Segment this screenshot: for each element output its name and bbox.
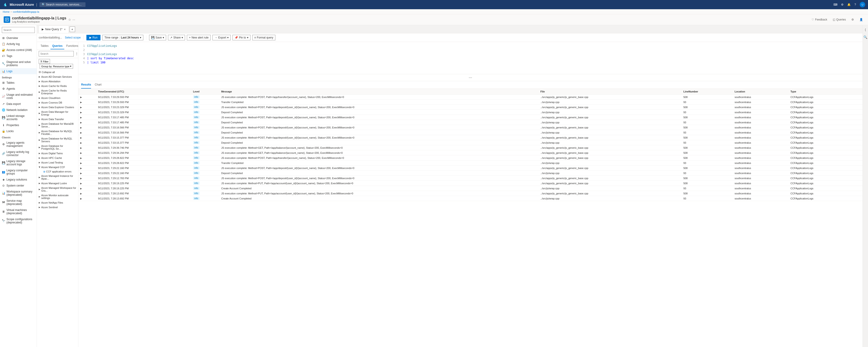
portal-search-bar[interactable]: 🔍 Search resources, services... [39, 2, 86, 7]
sidebar-item-service-map[interactable]: 🗺 Service map (deprecated) [0, 198, 37, 207]
more-options-icon[interactable]: ··· [72, 18, 75, 22]
tree-item-managed-instance[interactable]: ▶Azure Managed Instance for Apac... [37, 174, 78, 181]
tree-item-mysql-servers[interactable]: ▶Azure Database for MySQL Servers [37, 136, 78, 144]
tab-queries[interactable]: Queries [51, 43, 64, 49]
tree-item-redis[interactable]: ▶Azure Cache for Redis [37, 84, 78, 88]
row-expand-btn[interactable]: ▶ [79, 150, 96, 155]
query-tab-1[interactable]: ▶ New Query 1* ✕ [39, 26, 69, 33]
row-expand-btn[interactable]: ▶ [79, 145, 96, 150]
tab-functions[interactable]: Functions [64, 43, 80, 49]
row-expand-btn[interactable]: ▶ [79, 171, 96, 176]
sidebar-item-access-control[interactable]: 🔐 Access control (IAM) [0, 47, 37, 53]
breadcrumb-resource[interactable]: confidentialbillingapp-la [13, 10, 39, 13]
sidebar-search-input[interactable] [2, 27, 35, 33]
tree-item-managed-workspace[interactable]: ▶Azure Managed Workspace for Gra... [37, 185, 78, 193]
row-expand-btn[interactable]: ▶ [79, 196, 96, 201]
tree-item-digital-twins[interactable]: ▶Azure Digital Twins [37, 151, 78, 156]
sidebar-item-tags[interactable]: 🏷 Tags [0, 53, 37, 59]
tree-item-data-transfer[interactable]: ▶Azure Data Transfer [37, 117, 78, 121]
sidebar-item-vms[interactable]: 🖥 Virtual machines (deprecated) [0, 207, 37, 216]
col-time-generated[interactable]: TimeGenerated (UTC) [96, 89, 191, 94]
sidebar-item-legacy-activity[interactable]: 🔗 Legacy activity log connector [0, 149, 37, 158]
sidebar-item-activity-log[interactable]: 📋 Activity log [0, 41, 37, 47]
sidebar-item-legacy-groups[interactable]: 👥 Legacy computer groups [0, 167, 37, 177]
favorite-star-icon[interactable]: ☆ [68, 18, 71, 22]
side-nav-search-input[interactable] [39, 51, 74, 57]
export-button[interactable]: → Export ▾ [212, 35, 231, 40]
sidebar-item-properties[interactable]: ℹ Properties [0, 122, 37, 128]
results-expand-button[interactable]: ··· [79, 74, 863, 81]
results-tab-results[interactable]: Results [81, 81, 91, 89]
sidebar-item-system-center[interactable]: ⊙ System center [0, 183, 37, 189]
account-button[interactable]: 👤 [858, 17, 864, 22]
tree-item-redis-enterprise[interactable]: ▶Azure Cache for Redis Enterprise [37, 88, 78, 96]
right-panel-search-icon[interactable]: 🔍 [863, 34, 868, 40]
tree-item-managed-lustre[interactable]: ▶Azure Managed Lustre [37, 181, 78, 185]
tree-item-netapp[interactable]: ▶Azure NetApp Files [37, 200, 78, 205]
sidebar-item-legacy-agents[interactable]: ⚙ Legacy agents management [0, 140, 37, 149]
select-scope-link[interactable]: Select scope [65, 36, 81, 39]
row-expand-btn[interactable]: ▶ [79, 191, 96, 196]
sidebar-item-logs[interactable]: 📊 Logs [0, 68, 37, 74]
row-expand-btn[interactable]: ▶ [79, 186, 96, 191]
col-file[interactable]: File [538, 89, 681, 94]
tree-item-azure-ad[interactable]: ▶Azure AD Domain Services [37, 75, 78, 79]
col-location[interactable]: Location [733, 89, 789, 94]
sidebar-item-agents[interactable]: ⚙ Agents [0, 86, 37, 92]
row-expand-btn[interactable]: ▶ [79, 140, 96, 145]
collapse-all-button[interactable]: ⊟ Collapse all [37, 69, 78, 75]
queries-button[interactable]: ◱ Queries [831, 17, 847, 22]
tab-tables[interactable]: Tables [39, 43, 51, 49]
share-button[interactable]: ↗ Share ▾ [168, 35, 185, 40]
row-expand-btn[interactable]: ▶ [79, 166, 96, 171]
row-expand-btn[interactable]: ▶ [79, 181, 96, 186]
format-query-button[interactable]: ≡ Format query [252, 35, 275, 40]
row-expand-btn[interactable]: ▶ [79, 115, 96, 120]
row-expand-btn[interactable]: ▶ [79, 120, 96, 125]
help-icon[interactable]: ? [855, 3, 856, 6]
cloud-shell-icon[interactable]: ⌨ [833, 3, 837, 6]
results-tab-chart[interactable]: Chart [95, 81, 101, 89]
row-expand-btn[interactable]: ▶ [79, 105, 96, 110]
tree-item-hpc-cache[interactable]: ▶Azure HPC Cache [37, 156, 78, 160]
feedback-button[interactable]: ♡ Feedback [810, 17, 829, 22]
col-line-number[interactable]: LineNumber [682, 89, 733, 94]
tree-item-cosmos[interactable]: ▶Azure Cosmos DB [37, 100, 78, 105]
row-expand-btn[interactable]: ▶ [79, 110, 96, 115]
row-expand-btn[interactable]: ▶ [79, 125, 96, 130]
code-editor[interactable]: 1 CCFApplicationLogs 2 3 CCFApplicationL… [79, 42, 863, 74]
row-expand-btn[interactable]: ▶ [79, 99, 96, 105]
row-expand-btn[interactable]: ▶ [79, 176, 96, 181]
row-expand-btn[interactable]: ▶ [79, 155, 96, 161]
pin-to-button[interactable]: 📌 Pin to ▾ [232, 35, 250, 40]
sidebar-item-tables[interactable]: ⊞ Tables [0, 80, 37, 86]
tree-item-data-manager[interactable]: ▶Azure Data Manager for Energy [37, 110, 78, 117]
tree-item-cloudhsm[interactable]: ▶Azure CloudHsm [37, 96, 78, 100]
tree-item-mariadb[interactable]: ▶Azure Database for MariaDB Serve... [37, 121, 78, 129]
tree-item-monitor-autoscale[interactable]: ▶Azure Monitor autoscale settings [37, 193, 78, 200]
settings-button[interactable]: ⚙ [850, 17, 855, 22]
time-range-button[interactable]: Time range: Last 24 hours ▾ [102, 35, 143, 40]
save-button[interactable]: 💾 Save ▾ [149, 35, 166, 40]
sidebar-item-legacy-storage[interactable]: 💾 Legacy storage account logs [0, 158, 37, 167]
sidebar-item-overview[interactable]: ⊞ Overview [0, 35, 37, 41]
tree-item-mysql-flexible[interactable]: ▶Azure Database for MySQL Flexible... [37, 129, 78, 136]
run-button[interactable]: ▶ Run [86, 35, 100, 40]
tree-sub-ccf-errors[interactable]: ⊞ CCF application errors [37, 170, 78, 174]
notifications-icon[interactable]: 🔔 [847, 3, 851, 6]
tree-item-managed-ccf[interactable]: ▶Azure Managed CCF [37, 165, 78, 170]
sidebar-item-workspace-summary[interactable]: 📊 Workspace summary (deprecated) [0, 189, 37, 198]
new-tab-button[interactable]: + [70, 27, 75, 32]
tree-item-postgresql[interactable]: ▶Azure Database for PostgreSQL Se... [37, 144, 78, 151]
tab-close-button[interactable]: ✕ [64, 28, 66, 31]
row-expand-btn[interactable]: ▶ [79, 135, 96, 140]
col-type[interactable]: Type [788, 89, 863, 94]
sidebar-item-usage-costs[interactable]: 📈 Usage and estimated costs [0, 92, 37, 101]
row-expand-btn[interactable]: ▶ [79, 130, 96, 135]
sidebar-item-diagnose[interactable]: 🔧 Diagnose and solve problems [0, 59, 37, 68]
directory-subscription-icon[interactable]: ⚙ [841, 3, 844, 6]
sidebar-item-scope-config[interactable]: 🔭 Scope configurations (deprecated) [0, 216, 37, 226]
row-expand-btn[interactable]: ▶ [79, 94, 96, 99]
sidebar-item-legacy-solutions[interactable]: ◈ Legacy solutions [0, 177, 37, 183]
col-message[interactable]: Message [219, 89, 538, 94]
